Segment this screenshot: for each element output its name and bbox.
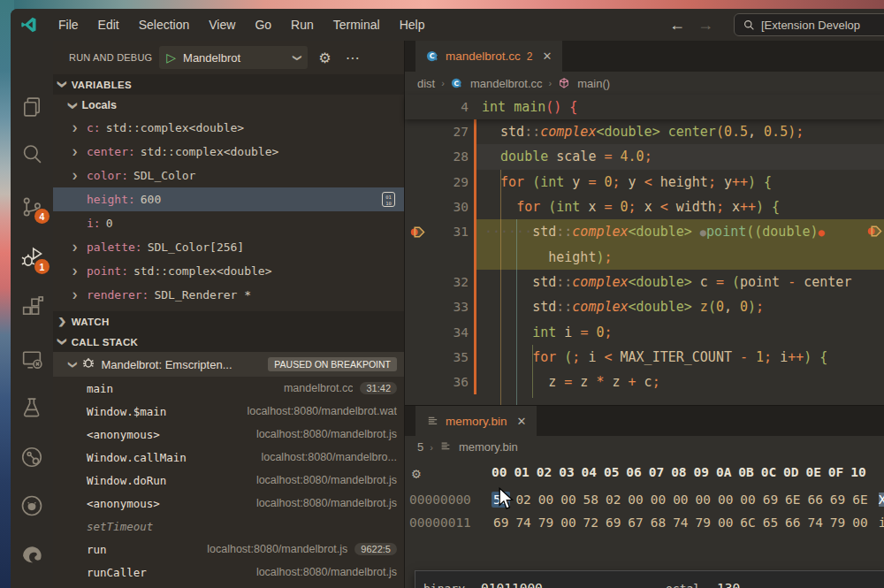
hex-byte-cell[interactable]: 66 [805, 493, 827, 507]
source-control-icon[interactable]: 4 [19, 195, 44, 219]
hex-byte-cell[interactable]: 6C [738, 515, 760, 530]
hex-row[interactable]: 00000000580200005802000000000000696E6669… [405, 488, 884, 511]
section-watch[interactable]: ❯ WATCH [53, 311, 404, 332]
code-row-wrap[interactable]: height); [405, 244, 884, 269]
hex-byte-cell[interactable]: 00 [716, 493, 738, 507]
hex-byte-cell[interactable]: 67 [626, 515, 648, 530]
code-lines[interactable]: 27 std::complex<double> center(0.5, 0.5)… [405, 119, 884, 405]
breadcrumb-item[interactable]: main() [577, 77, 610, 90]
hex-byte-cell[interactable]: 79 [694, 515, 716, 530]
close-icon[interactable]: ✕ [538, 50, 552, 63]
variable-row-c[interactable]: ❯c:std::complex<double> [53, 116, 404, 140]
menu-item-view[interactable]: View [199, 14, 245, 35]
breakpoint-paused-icon[interactable] [405, 225, 430, 239]
back-arrow-icon[interactable]: ← [669, 16, 685, 34]
menu-item-selection[interactable]: Selection [129, 14, 200, 35]
stack-frame-row[interactable]: setTimeout [53, 515, 404, 538]
hex-byte-cell[interactable]: 79 [537, 515, 559, 530]
binary-view-icon[interactable]: 0110 [382, 192, 395, 207]
hex-byte-cell[interactable]: 00 [716, 515, 738, 530]
hex-byte-cell[interactable]: 69 [492, 515, 514, 530]
code-line-body[interactable]: std::complex<double> c = (point - center [474, 270, 884, 294]
menu-item-edit[interactable]: Edit [88, 14, 129, 35]
variable-row-scale[interactable]: scale:4 [53, 307, 404, 311]
hex-byte-cell[interactable]: 02 [604, 493, 626, 507]
hex-byte-cell[interactable]: 79 [828, 515, 850, 530]
menu-item-run[interactable]: Run [281, 14, 324, 35]
extensions-icon[interactable] [19, 294, 44, 319]
breadcrumb-item[interactable]: memory.bin [459, 440, 518, 454]
menu-item-go[interactable]: Go [245, 14, 281, 35]
code-line-body[interactable]: for (int y = 0; y < height; y++) { [474, 170, 884, 195]
code-line-body[interactable]: int main() { [474, 95, 577, 119]
code-row-30[interactable]: 30 for (int x = 0; x < width; x++) { [405, 195, 884, 219]
hex-byte-cell[interactable]: 65 [761, 515, 783, 530]
stack-frame-row[interactable]: <anonymous>localhost:8080/mandelbrot.js [53, 423, 404, 446]
debug-config-dropdown[interactable]: ▷ Mandelbrot ❯ [159, 46, 308, 69]
hex-byte-cell[interactable]: 02 [514, 493, 536, 507]
menu-item-file[interactable]: File [49, 14, 88, 35]
sticky-scroll-line[interactable]: 4int main() { [405, 95, 884, 119]
hex-byte-cell[interactable]: 69 [761, 493, 783, 507]
code-line-body[interactable]: int i = 0; [474, 319, 884, 344]
stack-frame-row[interactable]: Window.doRunlocalhost:8080/mandelbrot.js [53, 469, 404, 492]
variable-row-color[interactable]: ❯color:SDL_Color [53, 164, 404, 187]
hex-byte-cell[interactable]: 6E [850, 493, 873, 507]
hex-byte-cell[interactable]: 6E [783, 493, 805, 507]
close-icon[interactable]: ✕ [514, 415, 527, 428]
debug-session-row[interactable]: ❯ Mandelbrot: Emscripten... PAUSED ON BR… [53, 352, 404, 377]
search-icon[interactable] [19, 141, 44, 166]
hex-byte-cell[interactable]: 74 [514, 515, 536, 530]
stack-frame-row[interactable]: Window.$mainlocalhost:8080/mandelbrot.wa… [53, 400, 404, 423]
hex-byte-cell[interactable]: 69 [828, 493, 850, 507]
hex-byte-cell[interactable]: 74 [805, 515, 827, 530]
code-line-body[interactable]: for (int x = 0; x < width; x++) { [474, 195, 884, 219]
code-row-31[interactable]: 31······std::complex<double> ●point((dou… [405, 219, 884, 244]
stack-frame-row[interactable]: <anonymous>localhost:8080/mandelbrot.js [53, 492, 404, 515]
menu-item-terminal[interactable]: Terminal [324, 14, 390, 35]
stack-frame-row[interactable]: mainmandelbrot.cc31:42 [53, 377, 404, 400]
hex-byte-cell[interactable]: 00 [694, 493, 716, 507]
breadcrumb-item[interactable]: 5 [417, 440, 423, 454]
run-debug-icon[interactable]: 1 [19, 245, 44, 270]
variable-row-height[interactable]: height:6000110 [53, 187, 404, 211]
github-icon[interactable] [19, 493, 44, 518]
hex-editor[interactable]: ⚙ 000102030405060708090A0B0C0D0E0F10Deco… [405, 458, 884, 588]
code-row-33[interactable]: 33 std::complex<double> z(0, 0); [405, 294, 884, 319]
hex-byte-cell[interactable]: 68 [649, 515, 671, 530]
hex-byte-cell[interactable]: 74 [671, 515, 693, 530]
menu-item-help[interactable]: Help [390, 14, 435, 35]
section-variables[interactable]: ❯ VARIABLES [53, 74, 404, 95]
stack-frame-row[interactable]: runlocalhost:8080/mandelbrot.js9622:5 [53, 538, 404, 561]
breadcrumb-item[interactable]: mandelbrot.cc [470, 77, 543, 90]
hex-byte-cell[interactable]: 00 [559, 493, 581, 507]
code-row-29[interactable]: 29 for (int y = 0; y < height; y++) { [405, 170, 884, 195]
code-row-35[interactable]: 35 for (; i < MAX_ITER_COUNT - 1; i++) { [405, 345, 884, 370]
tab-mandelbrot-cc[interactable]: C mandelbrot.cc 2 ✕ [415, 41, 562, 72]
code-line-body[interactable]: ······std::complex<double> ●point((doubl… [474, 219, 884, 244]
code-line-body[interactable]: for (; i < MAX_ITER_COUNT - 1; i++) { [474, 345, 884, 370]
code-row-27[interactable]: 27 std::complex<double> center(0.5, 0.5)… [405, 119, 884, 144]
tab-memory-bin[interactable]: memory.bin ✕ [415, 406, 537, 436]
more-actions-icon[interactable]: ⋯ [342, 50, 363, 66]
references-icon[interactable] [19, 445, 44, 470]
hex-byte-cell[interactable]: 00 [850, 515, 873, 530]
sticky-code-row[interactable]: 4int main() { [405, 95, 577, 119]
start-debug-icon[interactable]: ▷ [166, 51, 176, 64]
breadcrumb-item[interactable]: dist [417, 77, 435, 90]
variable-row-i[interactable]: i:0 [53, 211, 404, 235]
variable-row-point[interactable]: ❯point:std::complex<double> [53, 259, 404, 283]
code-row-28[interactable]: 28 double scale = 4.0; [405, 144, 884, 169]
code-line-body[interactable]: std::complex<double> center(0.5, 0.5); [474, 119, 884, 144]
hex-byte-cell[interactable]: 00 [649, 493, 671, 507]
code-line-body[interactable]: z = z * z + c; [474, 370, 884, 394]
hex-byte-cell[interactable]: 00 [626, 493, 648, 507]
beaker-icon[interactable] [19, 395, 44, 420]
variable-row-center[interactable]: ❯center:std::complex<double> [53, 140, 404, 164]
hex-byte-cell[interactable]: 00 [559, 515, 581, 530]
command-search-box[interactable]: [Extension Develop [734, 13, 884, 36]
code-line-body[interactable]: double scale = 4.0; [474, 144, 884, 169]
files-icon[interactable] [19, 95, 44, 119]
code-row-34[interactable]: 34 int i = 0; [405, 319, 884, 344]
hex-byte-cell[interactable]: 69 [604, 515, 626, 530]
